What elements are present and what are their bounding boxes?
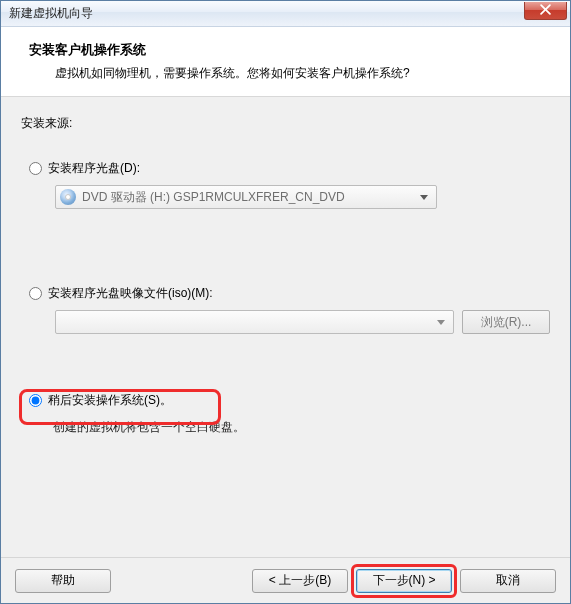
radio-option-disc[interactable]: 安装程序光盘(D):	[29, 160, 550, 177]
chevron-down-icon	[433, 311, 449, 333]
close-icon	[540, 4, 551, 18]
wizard-window: 新建虚拟机向导 安装客户机操作系统 虚拟机如同物理机，需要操作系统。您将如何安装…	[0, 0, 571, 604]
install-source-label: 安装来源:	[21, 115, 550, 132]
radio-later-label: 稍后安装操作系统(S)。	[48, 392, 172, 409]
window-title: 新建虚拟机向导	[9, 5, 93, 22]
browse-button[interactable]: 浏览(R)...	[462, 310, 550, 334]
disc-icon	[60, 189, 76, 205]
close-button[interactable]	[524, 2, 567, 20]
next-button[interactable]: 下一步(N) >	[356, 569, 452, 593]
chevron-down-icon	[416, 186, 432, 208]
radio-iso[interactable]	[29, 287, 42, 300]
radio-option-iso[interactable]: 安装程序光盘映像文件(iso)(M):	[29, 285, 550, 302]
iso-group: 安装程序光盘映像文件(iso)(M): 浏览(R)...	[21, 285, 550, 334]
later-hint: 创建的虚拟机将包含一个空白硬盘。	[53, 419, 550, 436]
wizard-header: 安装客户机操作系统 虚拟机如同物理机，需要操作系统。您将如何安装客户机操作系统?	[1, 27, 570, 97]
radio-disc-label: 安装程序光盘(D):	[48, 160, 140, 177]
cancel-button[interactable]: 取消	[460, 569, 556, 593]
disc-drive-text: DVD 驱动器 (H:) GSP1RMCULXFRER_CN_DVD	[82, 189, 416, 206]
radio-disc[interactable]	[29, 162, 42, 175]
back-button[interactable]: < 上一步(B)	[252, 569, 348, 593]
help-button[interactable]: 帮助	[15, 569, 111, 593]
header-subtitle: 虚拟机如同物理机，需要操作系统。您将如何安装客户机操作系统?	[55, 65, 548, 82]
wizard-footer: 帮助 < 上一步(B) 下一步(N) > 取消	[1, 557, 570, 603]
header-title: 安装客户机操作系统	[29, 41, 548, 59]
titlebar: 新建虚拟机向导	[1, 1, 570, 27]
radio-iso-label: 安装程序光盘映像文件(iso)(M):	[48, 285, 213, 302]
later-group: 稍后安装操作系统(S)。 创建的虚拟机将包含一个空白硬盘。	[21, 392, 550, 436]
iso-path-select[interactable]	[55, 310, 454, 334]
radio-option-later[interactable]: 稍后安装操作系统(S)。	[29, 392, 550, 409]
wizard-body: 安装来源: 安装程序光盘(D): DVD 驱动器 (H:) GSP1RMCULX…	[1, 97, 570, 557]
disc-drive-select[interactable]: DVD 驱动器 (H:) GSP1RMCULXFRER_CN_DVD	[55, 185, 437, 209]
radio-later[interactable]	[29, 394, 42, 407]
